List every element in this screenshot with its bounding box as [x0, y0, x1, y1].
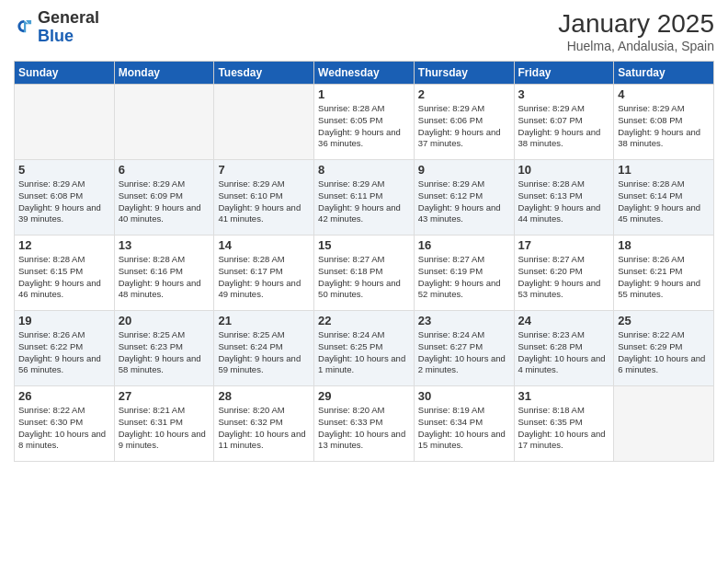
- calendar-cell: 31Sunrise: 8:18 AM Sunset: 6:35 PM Dayli…: [514, 386, 614, 462]
- calendar-cell: 18Sunrise: 8:26 AM Sunset: 6:21 PM Dayli…: [614, 236, 714, 311]
- day-number: 25: [618, 314, 710, 327]
- day-number: 12: [18, 238, 110, 252]
- day-info: Sunrise: 8:22 AM Sunset: 6:30 PM Dayligh…: [18, 405, 110, 452]
- day-info: Sunrise: 8:29 AM Sunset: 6:06 PM Dayligh…: [418, 103, 510, 150]
- day-number: 15: [318, 238, 410, 252]
- day-number: 3: [518, 87, 610, 101]
- day-info: Sunrise: 8:22 AM Sunset: 6:29 PM Dayligh…: [618, 329, 710, 376]
- calendar-cell: 15Sunrise: 8:27 AM Sunset: 6:18 PM Dayli…: [314, 236, 415, 311]
- col-header-saturday: Saturday: [614, 62, 714, 85]
- calendar-cell: 9Sunrise: 8:29 AM Sunset: 6:12 PM Daylig…: [414, 160, 514, 236]
- day-info: Sunrise: 8:28 AM Sunset: 6:13 PM Dayligh…: [518, 178, 610, 225]
- day-info: Sunrise: 8:28 AM Sunset: 6:17 PM Dayligh…: [218, 254, 310, 301]
- day-number: 19: [18, 314, 110, 327]
- day-number: 7: [218, 163, 310, 177]
- day-number: 16: [418, 238, 510, 252]
- calendar-cell: 26Sunrise: 8:22 AM Sunset: 6:30 PM Dayli…: [15, 386, 115, 462]
- day-number: 5: [18, 163, 110, 177]
- calendar-cell: 21Sunrise: 8:25 AM Sunset: 6:24 PM Dayli…: [214, 311, 314, 386]
- day-number: 13: [119, 238, 210, 252]
- week-row-1: 1Sunrise: 8:28 AM Sunset: 6:05 PM Daylig…: [15, 85, 714, 160]
- calendar-cell: 27Sunrise: 8:21 AM Sunset: 6:31 PM Dayli…: [114, 386, 214, 462]
- day-number: 31: [518, 389, 610, 403]
- col-header-sunday: Sunday: [15, 62, 115, 85]
- calendar-cell: 17Sunrise: 8:27 AM Sunset: 6:20 PM Dayli…: [514, 236, 614, 311]
- day-number: 17: [518, 238, 610, 252]
- calendar-cell: [15, 85, 115, 160]
- calendar-cell: 6Sunrise: 8:29 AM Sunset: 6:09 PM Daylig…: [114, 160, 214, 236]
- day-info: Sunrise: 8:28 AM Sunset: 6:05 PM Dayligh…: [318, 103, 410, 150]
- day-number: 11: [618, 163, 710, 177]
- logo: General Blue: [14, 9, 99, 46]
- day-number: 18: [618, 238, 710, 252]
- title-block: January 2025 Huelma, Andalusia, Spain: [558, 9, 714, 53]
- col-header-wednesday: Wednesday: [314, 62, 415, 85]
- day-info: Sunrise: 8:25 AM Sunset: 6:23 PM Dayligh…: [119, 329, 210, 376]
- day-info: Sunrise: 8:19 AM Sunset: 6:34 PM Dayligh…: [418, 405, 510, 452]
- day-number: 24: [518, 314, 610, 327]
- calendar-cell: [214, 85, 314, 160]
- day-number: 29: [318, 389, 410, 403]
- calendar-cell: 14Sunrise: 8:28 AM Sunset: 6:17 PM Dayli…: [214, 236, 314, 311]
- calendar-cell: 7Sunrise: 8:29 AM Sunset: 6:10 PM Daylig…: [214, 160, 314, 236]
- calendar-cell: [614, 386, 714, 462]
- col-header-monday: Monday: [114, 62, 214, 85]
- calendar-cell: 22Sunrise: 8:24 AM Sunset: 6:25 PM Dayli…: [314, 311, 415, 386]
- day-info: Sunrise: 8:27 AM Sunset: 6:18 PM Dayligh…: [318, 254, 410, 301]
- calendar-cell: 11Sunrise: 8:28 AM Sunset: 6:14 PM Dayli…: [614, 160, 714, 236]
- calendar-cell: 28Sunrise: 8:20 AM Sunset: 6:32 PM Dayli…: [214, 386, 314, 462]
- calendar-cell: 19Sunrise: 8:26 AM Sunset: 6:22 PM Dayli…: [15, 311, 115, 386]
- day-number: 21: [218, 314, 310, 327]
- calendar-cell: 3Sunrise: 8:29 AM Sunset: 6:07 PM Daylig…: [514, 85, 614, 160]
- col-header-thursday: Thursday: [414, 62, 514, 85]
- day-number: 1: [318, 87, 410, 101]
- day-info: Sunrise: 8:20 AM Sunset: 6:32 PM Dayligh…: [218, 405, 310, 452]
- day-info: Sunrise: 8:20 AM Sunset: 6:33 PM Dayligh…: [318, 405, 410, 452]
- calendar-header-row: SundayMondayTuesdayWednesdayThursdayFrid…: [15, 62, 714, 85]
- day-info: Sunrise: 8:25 AM Sunset: 6:24 PM Dayligh…: [218, 329, 310, 376]
- day-info: Sunrise: 8:29 AM Sunset: 6:07 PM Dayligh…: [518, 103, 610, 150]
- calendar-cell: 8Sunrise: 8:29 AM Sunset: 6:11 PM Daylig…: [314, 160, 415, 236]
- day-info: Sunrise: 8:18 AM Sunset: 6:35 PM Dayligh…: [518, 405, 610, 452]
- day-number: 4: [618, 87, 710, 101]
- day-info: Sunrise: 8:26 AM Sunset: 6:22 PM Dayligh…: [18, 329, 110, 376]
- calendar-cell: 16Sunrise: 8:27 AM Sunset: 6:19 PM Dayli…: [414, 236, 514, 311]
- day-info: Sunrise: 8:27 AM Sunset: 6:19 PM Dayligh…: [418, 254, 510, 301]
- day-info: Sunrise: 8:28 AM Sunset: 6:14 PM Dayligh…: [618, 178, 710, 225]
- calendar-cell: 30Sunrise: 8:19 AM Sunset: 6:34 PM Dayli…: [414, 386, 514, 462]
- calendar-cell: 23Sunrise: 8:24 AM Sunset: 6:27 PM Dayli…: [414, 311, 514, 386]
- calendar-cell: 24Sunrise: 8:23 AM Sunset: 6:28 PM Dayli…: [514, 311, 614, 386]
- calendar-cell: 4Sunrise: 8:29 AM Sunset: 6:08 PM Daylig…: [614, 85, 714, 160]
- calendar-cell: 20Sunrise: 8:25 AM Sunset: 6:23 PM Dayli…: [114, 311, 214, 386]
- day-info: Sunrise: 8:23 AM Sunset: 6:28 PM Dayligh…: [518, 329, 610, 376]
- day-number: 27: [119, 389, 210, 403]
- week-row-2: 5Sunrise: 8:29 AM Sunset: 6:08 PM Daylig…: [15, 160, 714, 236]
- day-info: Sunrise: 8:29 AM Sunset: 6:09 PM Dayligh…: [119, 178, 210, 225]
- logo-text: General Blue: [38, 9, 99, 46]
- day-info: Sunrise: 8:29 AM Sunset: 6:10 PM Dayligh…: [218, 178, 310, 225]
- calendar-cell: 10Sunrise: 8:28 AM Sunset: 6:13 PM Dayli…: [514, 160, 614, 236]
- day-info: Sunrise: 8:27 AM Sunset: 6:20 PM Dayligh…: [518, 254, 610, 301]
- month-title: January 2025: [558, 9, 714, 39]
- day-info: Sunrise: 8:29 AM Sunset: 6:08 PM Dayligh…: [618, 103, 710, 150]
- day-info: Sunrise: 8:24 AM Sunset: 6:25 PM Dayligh…: [318, 329, 410, 376]
- day-number: 14: [218, 238, 310, 252]
- week-row-3: 12Sunrise: 8:28 AM Sunset: 6:15 PM Dayli…: [15, 236, 714, 311]
- calendar-cell: [114, 85, 214, 160]
- day-info: Sunrise: 8:21 AM Sunset: 6:31 PM Dayligh…: [119, 405, 210, 452]
- day-info: Sunrise: 8:28 AM Sunset: 6:16 PM Dayligh…: [119, 254, 210, 301]
- col-header-friday: Friday: [514, 62, 614, 85]
- page-header: General Blue January 2025 Huelma, Andalu…: [14, 9, 714, 53]
- calendar-cell: 25Sunrise: 8:22 AM Sunset: 6:29 PM Dayli…: [614, 311, 714, 386]
- day-info: Sunrise: 8:29 AM Sunset: 6:12 PM Dayligh…: [418, 178, 510, 225]
- week-row-5: 26Sunrise: 8:22 AM Sunset: 6:30 PM Dayli…: [15, 386, 714, 462]
- location: Huelma, Andalusia, Spain: [558, 39, 714, 53]
- day-info: Sunrise: 8:24 AM Sunset: 6:27 PM Dayligh…: [418, 329, 510, 376]
- calendar-cell: 1Sunrise: 8:28 AM Sunset: 6:05 PM Daylig…: [314, 85, 415, 160]
- day-number: 23: [418, 314, 510, 327]
- calendar: SundayMondayTuesdayWednesdayThursdayFrid…: [14, 61, 714, 462]
- day-number: 22: [318, 314, 410, 327]
- day-number: 6: [119, 163, 210, 177]
- col-header-tuesday: Tuesday: [214, 62, 314, 85]
- calendar-cell: 2Sunrise: 8:29 AM Sunset: 6:06 PM Daylig…: [414, 85, 514, 160]
